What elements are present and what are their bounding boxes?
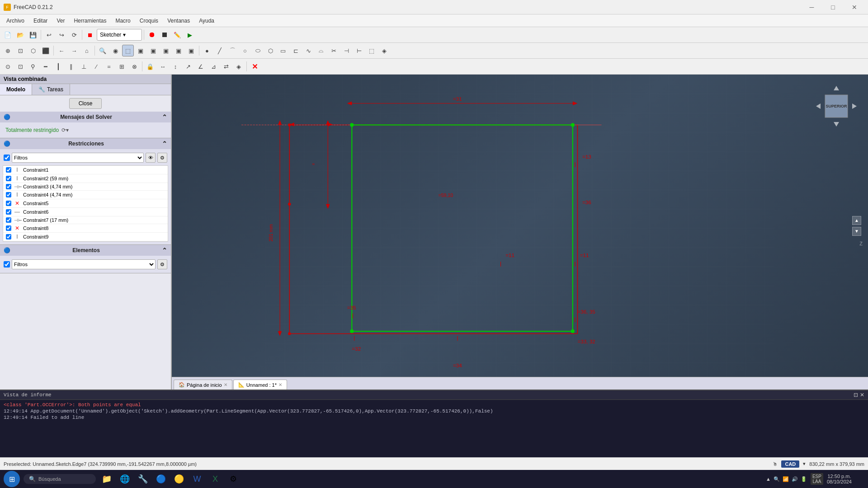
new-file-button[interactable]: 📄 xyxy=(2,29,14,41)
run-macro-button[interactable]: ▶ xyxy=(184,29,196,41)
menu-ver[interactable]: Ver xyxy=(52,16,69,26)
elem-settings-button[interactable]: ⚙ xyxy=(157,259,167,269)
navigation-cube[interactable]: SUPERIOR xyxy=(814,84,859,129)
constraint-item[interactable]: I Constraint2 (59 mm) xyxy=(3,174,168,183)
view-front-button[interactable]: ▣ xyxy=(135,45,146,56)
view-fit-button[interactable]: ⊕ xyxy=(2,45,14,56)
taskbar-search-sys-icon[interactable]: 🔍 xyxy=(774,476,780,482)
restrict-eye-button[interactable]: 👁 xyxy=(146,153,156,163)
tab-tareas[interactable]: 🔧 Tareas xyxy=(32,84,70,95)
scroll-up-button[interactable]: ▲ xyxy=(852,216,861,225)
refresh-button[interactable]: ⟳ xyxy=(68,29,80,41)
taskbar-network-icon[interactable]: 📶 xyxy=(783,476,789,482)
taskbar-tool1-button[interactable]: 🔧 xyxy=(136,472,150,486)
elementos-collapse-btn[interactable]: ⌃ xyxy=(162,247,167,254)
taskbar-files-button[interactable]: 📁 xyxy=(99,472,114,486)
c7-checkbox[interactable] xyxy=(6,217,11,223)
sketch-slot-button[interactable]: ⊏ xyxy=(290,45,302,56)
cad-dropdown-arrow[interactable]: ▾ xyxy=(803,461,806,467)
taskbar-sound-icon[interactable]: 🔊 xyxy=(792,476,798,482)
tab-modelo[interactable]: Modelo xyxy=(0,84,32,95)
redo-button[interactable]: ↪ xyxy=(56,29,67,41)
view-fit-all-button[interactable]: ⊡ xyxy=(14,45,26,56)
dim-radius-button[interactable]: ↗ xyxy=(182,61,194,72)
stop-button[interactable]: ⏹ xyxy=(84,29,96,41)
menu-ayuda[interactable]: Ayuda xyxy=(194,16,219,26)
scroll-down-button[interactable]: ▼ xyxy=(852,227,861,236)
sketch-extend-button[interactable]: ⊣ xyxy=(340,45,352,56)
sketch-bspline-button[interactable]: ∿ xyxy=(302,45,314,56)
ortho-button[interactable]: ◉ xyxy=(109,45,121,56)
close-button[interactable]: ✕ xyxy=(844,0,864,14)
con-parallel-button[interactable]: ∥ xyxy=(65,61,77,72)
sketch-ext-edge-button[interactable]: ⬚ xyxy=(366,45,377,56)
constraint-item[interactable]: ✕ Constraint8 xyxy=(3,224,168,233)
view-back-button[interactable]: ← xyxy=(56,45,67,56)
constraint-item[interactable]: ⊣⊢ Constraint3 (4,74 mm) xyxy=(3,183,168,191)
sketch-line-button[interactable]: ╱ xyxy=(214,45,226,56)
taskbar-tool2-button[interactable]: 🔵 xyxy=(154,472,168,486)
view-back2-button[interactable]: ▣ xyxy=(185,45,197,56)
menu-ventanas[interactable]: Ventanas xyxy=(163,16,194,26)
del-button[interactable]: ✕ xyxy=(249,61,260,72)
undo-button[interactable]: ↩ xyxy=(43,29,55,41)
con-sym-button[interactable]: ⊞ xyxy=(116,61,127,72)
minimize-button[interactable]: ─ xyxy=(802,0,822,14)
c3-checkbox[interactable] xyxy=(6,184,11,189)
start-button[interactable]: ⊞ xyxy=(4,471,20,487)
taskbar-tool3-button[interactable]: 🟡 xyxy=(172,472,186,486)
workbench-selector[interactable]: Sketcher ▾ xyxy=(97,29,142,41)
constraint-item[interactable]: I Constraint9 xyxy=(3,233,168,241)
view-home-button[interactable]: ⌂ xyxy=(81,45,93,56)
menu-editar[interactable]: Editar xyxy=(29,16,52,26)
constraint-item[interactable]: ⊣⊢ Constraint7 (17 mm) xyxy=(3,216,168,224)
dim-angle-button[interactable]: ∠ xyxy=(195,61,207,72)
dim-rdim-button[interactable]: ◈ xyxy=(233,61,245,72)
sketch-point-button[interactable]: ● xyxy=(201,45,213,56)
restricciones-header[interactable]: 🔵 Restricciones ⌃ xyxy=(0,138,171,149)
zoom-button[interactable]: 🔍 xyxy=(97,45,108,56)
con-tangent-button[interactable]: ∕ xyxy=(90,61,102,72)
restrict-settings-button[interactable]: ⚙ xyxy=(157,153,167,163)
save-file-button[interactable]: 💾 xyxy=(27,29,39,41)
con-fix-button[interactable]: ⚲ xyxy=(27,61,39,72)
c2-checkbox[interactable] xyxy=(6,176,11,181)
sketch-rect-button[interactable]: ▭ xyxy=(277,45,289,56)
canvas-area[interactable]: =31 201 mm =13 =36 =11 =11 xyxy=(172,75,868,377)
system-clock[interactable]: 12:50 p.m. 08/10/2024 xyxy=(827,474,852,484)
tab-unnamed[interactable]: 📐 Unnamed : 1* ✕ xyxy=(233,380,287,389)
log-restore-button[interactable]: ⊡ xyxy=(854,392,858,398)
taskbar-word-button[interactable]: W xyxy=(190,472,204,486)
open-file-button[interactable]: 📂 xyxy=(14,29,26,41)
dim-lock-button[interactable]: 🔒 xyxy=(144,61,156,72)
menu-croquis[interactable]: Croquis xyxy=(135,16,163,26)
con-perp-button[interactable]: ⊥ xyxy=(78,61,90,72)
dim-toggle-button[interactable]: ⇄ xyxy=(220,61,232,72)
edit-macro-button[interactable]: ✏️ xyxy=(171,29,183,41)
cad-badge[interactable]: CAD xyxy=(781,460,799,468)
constraint-item[interactable]: I Constraint4 (4,74 mm) xyxy=(3,191,168,199)
dim-refine-button[interactable]: ⊿ xyxy=(208,61,219,72)
c6-checkbox[interactable] xyxy=(6,209,11,215)
solver-header[interactable]: 🔵 Mensajes del Solver ⌃ xyxy=(0,112,171,122)
menu-archivo[interactable]: Archivo xyxy=(2,16,29,26)
language-badge[interactable]: ESP LAA xyxy=(811,473,823,485)
restrict-filter-checkbox[interactable] xyxy=(4,155,10,161)
view-right-button[interactable]: ▣ xyxy=(147,45,159,56)
view-bottom-button[interactable]: ▣ xyxy=(173,45,184,56)
c5-checkbox[interactable] xyxy=(6,201,11,206)
solver-collapse-btn[interactable]: ⌃ xyxy=(162,113,167,121)
c1-checkbox[interactable] xyxy=(6,167,11,173)
con-coincident-button[interactable]: ⊙ xyxy=(2,61,14,72)
view-top-button[interactable]: ⬚ xyxy=(122,45,134,56)
con-equal-button[interactable]: = xyxy=(103,61,115,72)
sketch-ellipse-button[interactable]: ⬭ xyxy=(252,45,264,56)
c4-checkbox[interactable] xyxy=(6,192,11,197)
sketch-split-button[interactable]: ⊢ xyxy=(353,45,365,56)
dim-horiz-button[interactable]: ↔ xyxy=(157,61,169,72)
con-vertical-button[interactable]: ┃ xyxy=(52,61,64,72)
constraint-item[interactable]: ✕ Constraint5 xyxy=(3,199,168,208)
tab-inicio[interactable]: 🏠 Página de inicio ✕ xyxy=(174,380,232,389)
record-button[interactable]: ⏺ xyxy=(146,29,158,41)
taskbar-arrow-up[interactable]: ▲ xyxy=(766,476,771,482)
